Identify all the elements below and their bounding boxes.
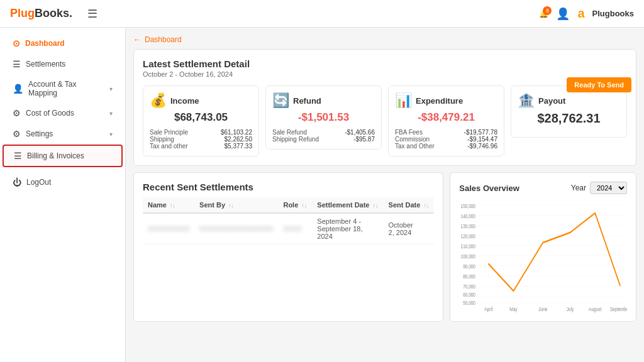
col-sent-by: Sent By ↑↓	[194, 197, 278, 213]
col-name: Name ↑↓	[143, 197, 194, 213]
recent-settlements-panel: Recent Sent Settlements Name ↑↓ Sent By …	[133, 172, 443, 322]
sales-overview-panel: Sales Overview Year 2024 150,000 140	[450, 172, 636, 322]
logo: PlugBooks.	[10, 7, 72, 20]
settlements-table-wrap: Name ↑↓ Sent By ↑↓ Role ↑↓ Settlement Da…	[143, 197, 434, 244]
payout-card: Ready To Send 🏦 Payout $28,762.31	[511, 85, 627, 138]
sidebar-item-settlements[interactable]: ☰ Settlements	[3, 54, 123, 74]
payout-icon: 🏦	[518, 92, 535, 109]
year-selector: Year 2024	[571, 182, 627, 194]
income-rows: Sale Principle $61,103.22 Shipping $2,26…	[150, 129, 252, 150]
x-label-may: May	[510, 306, 518, 312]
expenditure-label-1: Commission	[395, 136, 430, 143]
table-header-row: Name ↑↓ Sent By ↑↓ Role ↑↓ Settlement Da…	[143, 197, 434, 213]
dashboard-icon: ⊙	[13, 38, 20, 48]
user-icon[interactable]: 👤	[556, 7, 570, 21]
logo-books: Books.	[35, 7, 72, 19]
col-role: Role ↑↓	[278, 197, 312, 213]
col-settlement-date: Settlement Date ↑↓	[312, 197, 383, 213]
settlements-table: Name ↑↓ Sent By ↑↓ Role ↑↓ Settlement Da…	[143, 197, 434, 244]
refund-value-0: -$1,405.66	[345, 129, 375, 136]
refund-amount: -$1,501.53	[272, 111, 375, 124]
app-container: PlugBooks. ☰ 🔔 8 👤 a Plugbooks ⊙ Dashboa…	[0, 0, 644, 362]
expenditure-value-1: -$9,154.47	[467, 136, 497, 143]
expenditure-row-2: Tax and Other -$9,746.96	[395, 143, 497, 150]
y-label-120k: 120,000	[461, 233, 476, 239]
expenditure-title: Expenditure	[416, 96, 463, 106]
breadcrumb-label: Dashboard	[145, 35, 182, 44]
payout-card-header: 🏦 Payout	[518, 92, 620, 109]
refund-label-0: Sale Refund	[272, 129, 307, 136]
expenditure-amount: -$38,479.21	[395, 111, 497, 124]
top-right: 🔔 8 👤 a Plugbooks	[539, 6, 634, 21]
y-label-70k: 70,000	[463, 283, 475, 290]
refund-rows: Sale Refund -$1,405.66 Shipping Refund -…	[272, 129, 375, 143]
row-sent-by: XXXXXXXXXXXXXXXX	[194, 213, 278, 244]
sidebar-label-account-tax: Account & Tax Mapping	[28, 80, 104, 97]
refund-label-1: Shipping Refund	[272, 136, 319, 143]
refund-icon: 🔄	[272, 92, 289, 109]
chart-container: 150,000 140,000 130,000 120,000 110,000 …	[459, 199, 627, 312]
row-role-value: XXXX	[283, 225, 301, 233]
logout-icon: ⏻	[13, 177, 21, 187]
breadcrumb[interactable]: ← Dashboard	[133, 35, 636, 44]
year-select[interactable]: 2024	[590, 182, 627, 194]
refund-card: 🔄 Refund -$1,501.53 Sale Refund -$1,405.…	[265, 85, 382, 150]
year-label: Year	[571, 184, 586, 192]
main-area: ⊙ Dashboard ☰ Settlements 👤 Account & Ta…	[0, 28, 644, 362]
row-name: XXXXXXXXX	[143, 213, 194, 244]
logo-plug: Plug	[10, 7, 35, 19]
bottom-panels: Recent Sent Settlements Name ↑↓ Sent By …	[133, 172, 636, 328]
income-row-2: Tax and other $5,377.33	[150, 143, 252, 150]
sidebar-label-settings: Settings	[26, 129, 53, 138]
recent-settlements-title: Recent Sent Settlements	[143, 182, 434, 192]
expenditure-value-2: -$9,746.96	[467, 143, 497, 150]
row-sent-by-value: XXXXXXXXXXXXXXXX	[199, 225, 273, 233]
settlement-date: October 2 - October 16, 2024	[143, 70, 627, 78]
y-label-110k: 110,000	[461, 243, 476, 250]
x-label-september: September	[610, 306, 627, 312]
ready-to-send-button[interactable]: Ready To Send	[567, 77, 631, 92]
refund-row-1: Shipping Refund -$95.87	[272, 136, 375, 143]
settings-icon: ⚙	[13, 129, 21, 139]
expenditure-card: 📊 Expenditure -$38,479.21 FBA Fees -$19,…	[388, 85, 504, 156]
y-label-100k: 100,000	[461, 253, 476, 260]
plugbooks-label: Plugbooks	[592, 9, 634, 18]
sort-role[interactable]: ↑↓	[301, 202, 307, 209]
y-label-50k: 50,000	[463, 300, 475, 306]
sidebar-item-settings[interactable]: ⚙ Settings ▾	[3, 124, 123, 144]
notification-button[interactable]: 🔔 8	[539, 9, 548, 18]
income-row-0: Sale Principle $61,103.22	[150, 129, 252, 136]
sort-name[interactable]: ↑↓	[170, 202, 175, 209]
income-row-1: Shipping $2,262.50	[150, 136, 252, 143]
expenditure-rows: FBA Fees -$19,577.78 Commission -$9,154.…	[395, 129, 497, 150]
y-label-140k: 140,000	[461, 213, 476, 219]
sidebar: ⊙ Dashboard ☰ Settlements 👤 Account & Ta…	[0, 28, 126, 362]
sidebar-item-billing-invoices[interactable]: ☰ Billing & Invoices ←	[3, 145, 123, 167]
sidebar-item-logout[interactable]: ⏻ LogOut	[3, 172, 123, 192]
breadcrumb-back-arrow[interactable]: ←	[133, 35, 141, 44]
expenditure-label-2: Tax and Other	[395, 143, 435, 150]
expenditure-icon: 📊	[395, 92, 412, 109]
hamburger-menu[interactable]: ☰	[87, 7, 97, 21]
sort-sent-date[interactable]: ↑↓	[423, 202, 429, 209]
chart-header: Sales Overview Year 2024	[459, 182, 627, 194]
sidebar-item-cost-of-goods[interactable]: ⚙ Cost of Goods ▾	[3, 103, 123, 123]
sidebar-item-account-tax[interactable]: 👤 Account & Tax Mapping ▾	[3, 75, 123, 102]
payout-amount: $28,762.31	[518, 111, 620, 126]
sort-settlement-date[interactable]: ↑↓	[373, 202, 379, 209]
sidebar-label-dashboard: Dashboard	[25, 39, 65, 48]
row-sent-date: October2, 2024	[384, 213, 435, 244]
sidebar-label-cost-of-goods: Cost of Goods	[26, 109, 74, 118]
income-label-0: Sale Principle	[150, 129, 188, 136]
row-settlement-date: September 4 -September 18,2024	[312, 213, 383, 244]
expenditure-row-0: FBA Fees -$19,577.78	[395, 129, 497, 136]
expenditure-card-header: 📊 Expenditure	[395, 92, 497, 109]
income-label-2: Tax and other	[150, 143, 188, 150]
chart-line	[489, 213, 620, 291]
sort-sent-by[interactable]: ↑↓	[228, 202, 234, 209]
sidebar-label-billing-invoices: Billing & Invoices	[27, 151, 84, 160]
settlements-icon: ☰	[13, 59, 21, 69]
sidebar-item-dashboard[interactable]: ⊙ Dashboard	[3, 33, 123, 53]
account-tax-icon: 👤	[13, 84, 23, 94]
expenditure-row-1: Commission -$9,154.47	[395, 136, 497, 143]
